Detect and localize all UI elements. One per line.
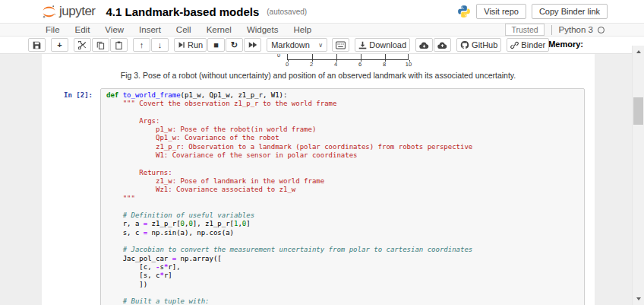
figure-x-tick-label: 4 xyxy=(334,61,337,68)
arrow-up-icon: ↑ xyxy=(140,41,144,49)
scroll-up-button[interactable] xyxy=(633,46,644,58)
save-icon xyxy=(33,41,41,49)
notebook-header: jupyter 4.1 Landmark-based models (autos… xyxy=(0,0,644,23)
code-cell: In [2]: def to_world_frame(p1_w, Qp1_w, … xyxy=(42,88,595,305)
scroll-down-button[interactable] xyxy=(633,293,644,305)
code-line: Qp1_w: Covariance of the robot xyxy=(106,134,581,142)
trusted-badge[interactable]: Trusted xyxy=(505,24,544,36)
code-line: Jac_pol_car = np.array([ xyxy=(106,255,581,263)
figure-x-tick-label: 6 xyxy=(358,61,361,68)
figure-y-tick-label: 0 xyxy=(277,54,280,59)
jupyter-planet-icon xyxy=(42,5,56,19)
restart-run-all-button[interactable] xyxy=(244,38,261,52)
save-button[interactable] xyxy=(28,38,46,52)
paste-icon xyxy=(115,41,123,49)
cell-type-select[interactable]: Markdown ∨ xyxy=(267,38,327,52)
add-cell-button[interactable]: + xyxy=(51,38,68,52)
menu-item-insert[interactable]: Insert xyxy=(131,25,169,34)
binder-label: Binder xyxy=(521,40,545,49)
memory-label: Memory: xyxy=(548,40,583,49)
code-line xyxy=(106,109,581,117)
code-line: # Definition of useful variables xyxy=(106,211,581,220)
code-line: Args: xyxy=(106,117,581,125)
restart-kernel-button[interactable]: ↻ xyxy=(226,38,243,52)
menubar: File Edit View Insert Cell Kernel Widget… xyxy=(0,23,644,37)
code-line: z1_w: Pose of landmark in the world fram… xyxy=(106,177,581,186)
figure-caption: Fig 3. Pose of a robot (without uncertai… xyxy=(42,70,595,81)
code-line: """ xyxy=(106,195,581,203)
scroll-down-icon xyxy=(636,297,641,300)
scrollbar-thumb[interactable] xyxy=(633,97,643,125)
run-label: Run xyxy=(188,40,203,49)
download-label: Download xyxy=(369,40,406,49)
code-line: p1_w: Pose of the robot(in world frame) xyxy=(106,125,581,134)
copy-cell-button[interactable] xyxy=(92,38,109,52)
code-line: s, c = np.sin(a), np.cos(a) xyxy=(106,229,581,237)
jupyter-logo-text: jupyter xyxy=(59,4,96,19)
run-button[interactable]: Run xyxy=(174,38,207,52)
figure-x-tick-label: 2 xyxy=(310,61,313,68)
menu-item-edit[interactable]: Edit xyxy=(68,25,98,34)
step-forward-icon xyxy=(178,41,185,49)
interrupt-kernel-button[interactable]: ■ xyxy=(207,38,225,52)
notebook-container: 0 0246810 Fig 3. Pose of a robot (withou… xyxy=(0,54,644,305)
github-button[interactable]: GitHub xyxy=(456,38,501,52)
copy-icon xyxy=(96,41,105,49)
github-label: GitHub xyxy=(472,40,497,49)
vertical-scrollbar[interactable] xyxy=(632,46,644,305)
menu-item-help[interactable]: Help xyxy=(286,25,319,34)
binder-button[interactable]: Binder xyxy=(507,38,549,52)
code-line xyxy=(106,237,581,246)
toolbar: + ↑ ↓ Run ■ ↻ Markdown ∨ Download GitHub… xyxy=(0,37,644,54)
code-line: """ Covert the observation z1_p_r to the… xyxy=(106,100,581,108)
code-line: W1: Covariance of the sensor in polar co… xyxy=(106,151,581,160)
input-prompt: In [2]: xyxy=(42,88,100,305)
code-line xyxy=(106,289,581,297)
cloud-upload-button[interactable] xyxy=(434,38,451,52)
cell-type-value: Markdown xyxy=(271,40,310,49)
plus-icon: + xyxy=(57,41,62,49)
visit-repo-button[interactable]: Visit repo xyxy=(476,4,526,19)
code-line: def to_world_frame(p1_w, Qp1_w, z1_p_r, … xyxy=(106,91,581,100)
cloud-download-icon xyxy=(419,41,429,49)
move-cell-up-button[interactable]: ↑ xyxy=(133,38,150,52)
notebook-title[interactable]: 4.1 Landmark-based models xyxy=(106,5,260,18)
python-logo-icon xyxy=(457,5,471,18)
command-palette-button[interactable] xyxy=(332,38,349,52)
figure-x-tick-label: 8 xyxy=(383,61,386,68)
menu-item-widgets[interactable]: Widgets xyxy=(239,25,286,34)
copy-binder-link-button[interactable]: Copy Binder link xyxy=(532,4,608,19)
refresh-icon: ↻ xyxy=(231,41,238,49)
cloud-download-button[interactable] xyxy=(415,38,433,52)
move-cell-down-button[interactable]: ↓ xyxy=(151,38,169,52)
kernel-name: Python 3 xyxy=(559,25,593,34)
code-line: Wz1: Covariance associated to z1_w xyxy=(106,186,581,194)
kernel-idle-icon xyxy=(598,27,605,33)
code-line: Returns: xyxy=(106,169,581,177)
scroll-up-icon xyxy=(636,50,641,53)
figure-axes xyxy=(287,54,409,60)
code-line: # Jacobian to convert the measurement un… xyxy=(106,246,581,254)
cut-cell-button[interactable] xyxy=(74,38,91,52)
stop-icon: ■ xyxy=(213,41,219,49)
code-line xyxy=(106,160,581,168)
scissors-icon xyxy=(78,41,87,49)
arrow-down-icon: ↓ xyxy=(158,41,163,49)
code-line: [s, c*r] xyxy=(106,272,581,280)
menu-item-view[interactable]: View xyxy=(97,25,131,34)
cloud-upload-icon xyxy=(437,41,447,49)
menu-item-kernel[interactable]: Kernel xyxy=(199,25,239,34)
keyboard-icon xyxy=(336,41,346,49)
paste-cell-button[interactable] xyxy=(110,38,128,52)
download-button[interactable]: Download xyxy=(355,38,410,52)
link-icon xyxy=(510,41,519,49)
divider xyxy=(551,25,552,35)
menu-item-cell[interactable]: Cell xyxy=(169,25,199,34)
code-line: [c, -s*r], xyxy=(106,263,581,272)
notebook-page: 0 0246810 Fig 3. Pose of a robot (withou… xyxy=(42,54,595,305)
menu-item-file[interactable]: File xyxy=(38,25,68,34)
code-line xyxy=(106,203,581,211)
code-line: ]) xyxy=(106,281,581,289)
code-editor[interactable]: def to_world_frame(p1_w, Qp1_w, z1_p_r, … xyxy=(100,88,585,305)
jupyter-logo[interactable]: jupyter xyxy=(42,4,96,19)
